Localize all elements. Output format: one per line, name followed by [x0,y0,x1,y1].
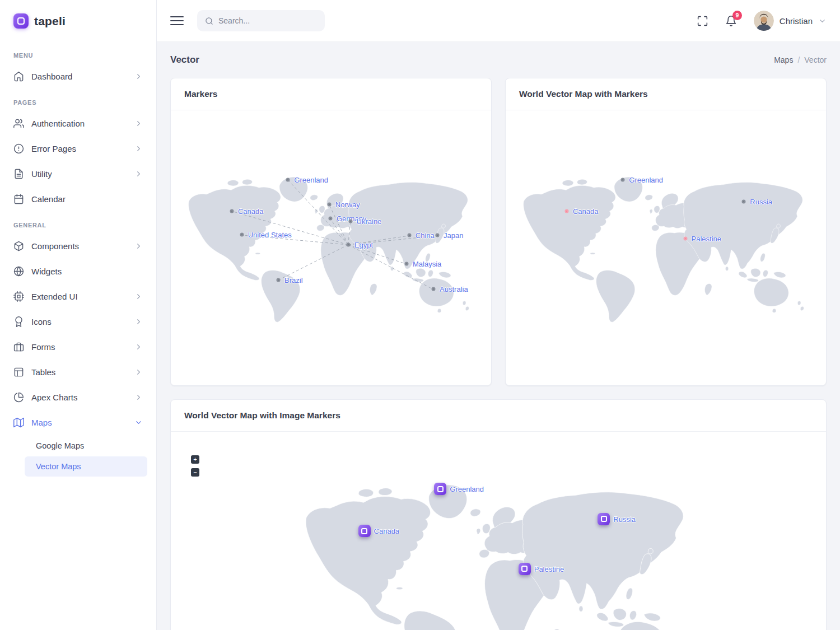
world-vector-map[interactable]: Greenland Canada Norway Germany Ukraine … [180,172,482,324]
vector-markers-map-canvas[interactable]: Greenland Canada Russia Palestine [506,110,826,385]
marker-dot [277,278,281,282]
marker-dot [742,200,746,204]
search-icon [205,17,213,25]
sidebar-item-extended-ui[interactable]: Extended UI [0,284,156,309]
marker-label: Canada [374,527,400,535]
sidebar-item-label: Icons [31,317,52,326]
maps-row: Markers Greenland Canada Norway Germany … [170,78,827,386]
zoom-controls: + − [191,455,199,477]
sidebar-item-label: Authentication [31,119,85,128]
sidebar-item-error-pages[interactable]: Error Pages [0,136,156,161]
pie-chart-icon [13,392,24,403]
marker-label: Greenland [294,176,328,184]
marker-label: Greenland [450,485,484,493]
chevron-right-icon [134,170,143,178]
marker-dot [683,237,687,241]
marker-label: Palestine [534,564,564,573]
sidebar-subitem-label: Google Maps [36,441,84,450]
page-title: Vector [170,54,199,66]
marker-label: China [416,231,435,240]
sidebar-item-authentication[interactable]: Authentication [0,111,156,136]
menu-toggle-button[interactable] [170,16,184,25]
marker-dot [564,209,568,213]
page-header: Vector Maps / Vector [170,42,827,78]
marker-dot [240,233,244,237]
markers-map-canvas[interactable]: Greenland Canada Norway Germany Ukraine … [171,110,491,385]
marker-label: United States [248,231,292,239]
chevron-right-icon [134,242,143,250]
marker-dot [432,287,436,291]
sidebar-item-maps[interactable]: Maps [0,410,156,435]
zoom-out-button[interactable]: − [191,468,199,477]
sidebar-item-label: Utility [31,169,52,179]
marker-dot [327,202,331,206]
calendar-icon [13,194,24,204]
sidebar-item-label: Widgets [31,267,62,276]
world-vector-map[interactable]: Greenland Canada Russia Palestine [294,479,703,630]
marker-dot [348,219,352,223]
breadcrumb-section[interactable]: Maps [774,55,793,64]
nav-section-label: MENU [0,42,156,64]
file-text-icon [13,169,24,179]
card-image-markers: World Vector Map with Image Markers + − … [170,399,827,630]
sidebar-item-widgets[interactable]: Widgets [0,259,156,284]
chevron-right-icon [134,393,143,402]
user-name: Christian [780,16,813,26]
box-icon [13,241,24,251]
breadcrumb-separator: / [797,55,800,64]
sidebar-subitem-google-maps[interactable]: Google Maps [25,436,147,456]
marker-label: Palestine [692,235,721,243]
card-image-markers-title: World Vector Map with Image Markers [171,400,826,432]
sidebar-item-components[interactable]: Components [0,234,156,259]
cpu-icon [13,291,24,302]
sidebar-item-apex-charts[interactable]: Apex Charts [0,385,156,410]
brand-logo-icon [13,13,29,29]
topbar: 9 Christian [157,0,840,42]
nav-section-label: PAGES [0,89,156,111]
marker-connection-lines [180,172,482,324]
chevron-right-icon [134,318,143,326]
marker-dot [436,234,440,237]
user-menu[interactable]: Christian [754,11,827,31]
sidebar-item-tables[interactable]: Tables [0,360,156,385]
marker-dot [407,234,411,237]
marker-dot [405,262,409,266]
breadcrumb-current: Vector [804,55,827,64]
sidebar-item-calendar[interactable]: Calendar [0,186,156,212]
sidebar-subitem-vector-maps[interactable]: Vector Maps [25,456,147,477]
marker-dot [621,178,625,182]
page-content: Vector Maps / Vector Markers Greenland C… [157,42,840,630]
card-vector-markers: World Vector Map with Markers Greenland … [505,78,827,386]
map-icon [13,417,24,428]
chevron-right-icon [134,144,143,153]
sidebar-item-label: Apex Charts [31,393,78,402]
chevron-right-icon [134,72,143,81]
marker-dot [230,209,234,213]
marker-label: Australia [440,285,468,293]
image-markers-map-canvas[interactable]: + − Greenland Canada Russia Palestine [171,432,826,630]
image-marker-pin [519,563,531,575]
marker-label: Greenland [629,176,663,184]
main-column: 9 Christian Vector [157,0,840,630]
notifications-button[interactable]: 9 [725,15,737,27]
search-box[interactable] [197,10,325,31]
alert-circle-icon [13,143,24,154]
zoom-in-button[interactable]: + [191,455,199,464]
fullscreen-button[interactable] [697,15,708,27]
sidebar-item-label: Dashboard [31,72,72,81]
chevron-right-icon [134,368,143,376]
sidebar-item-utility[interactable]: Utility [0,161,156,186]
world-vector-map[interactable]: Greenland Canada Russia Palestine [515,172,817,324]
sidebar-item-icons[interactable]: Icons [0,309,156,334]
card-markers: Markers Greenland Canada Norway Germany … [170,78,492,386]
brand-logo[interactable]: tapeli [0,0,156,42]
search-input[interactable] [218,16,317,25]
world-map-shape [294,479,703,630]
award-icon [13,316,24,327]
fullscreen-icon [697,15,708,27]
sidebar-item-dashboard[interactable]: Dashboard [0,64,156,89]
breadcrumb: Maps / Vector [774,55,827,64]
sidebar-item-forms[interactable]: Forms [0,334,156,360]
sidebar-item-label: Forms [31,342,55,352]
marker-label: Ukraine [357,217,382,225]
